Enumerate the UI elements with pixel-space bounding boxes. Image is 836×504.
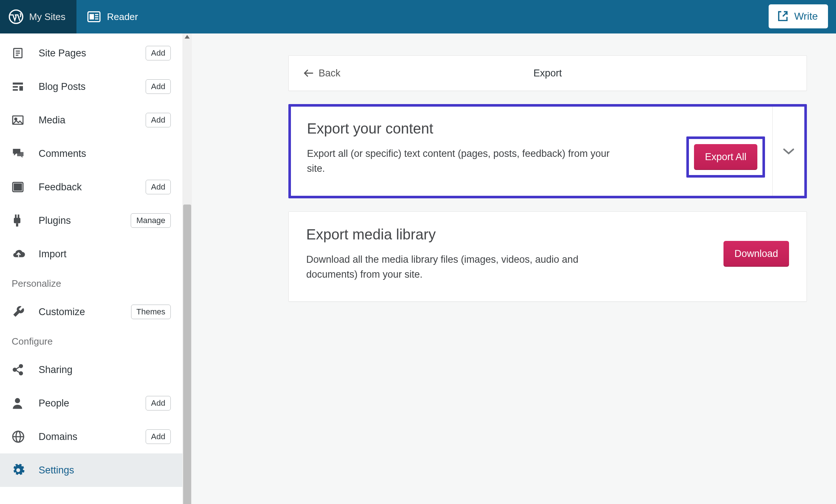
export-content-actions: Export All xyxy=(686,120,765,178)
svg-rect-21 xyxy=(18,187,21,190)
my-sites-label: My Sites xyxy=(29,11,66,23)
sidebar-item-label: Comments xyxy=(39,148,86,159)
sidebar-item-feedback[interactable]: Feedback Add xyxy=(0,170,182,204)
write-label: Write xyxy=(794,11,818,22)
export-expand-toggle[interactable] xyxy=(772,107,804,196)
sidebar-item-blog-posts[interactable]: Blog Posts Add xyxy=(0,70,182,103)
topbar: My Sites Reader Write xyxy=(0,0,836,33)
add-button[interactable]: Add xyxy=(146,79,171,94)
posts-icon xyxy=(12,82,28,92)
export-media-title: Export media library xyxy=(306,226,619,243)
gear-icon xyxy=(12,464,28,477)
my-sites-link[interactable]: My Sites xyxy=(0,0,76,33)
configure-heading: Configure xyxy=(0,329,182,353)
sidebar-item-label: Customize xyxy=(39,306,85,318)
sidebar-item-domains[interactable]: Domains Add xyxy=(0,420,182,453)
topbar-left: My Sites Reader xyxy=(0,0,149,33)
svg-rect-22 xyxy=(14,218,20,223)
sidebar-item-label: Domains xyxy=(39,431,78,443)
globe-icon xyxy=(12,430,28,443)
sidebar-item-customize[interactable]: Customize Themes xyxy=(0,295,182,329)
sidebar-item-label: Feedback xyxy=(39,182,82,193)
themes-button[interactable]: Themes xyxy=(131,305,171,319)
sidebar-item-comments[interactable]: Comments xyxy=(0,137,182,170)
add-button[interactable]: Add xyxy=(146,429,171,444)
export-all-button[interactable]: Export All xyxy=(694,144,757,170)
svg-line-29 xyxy=(16,367,20,369)
export-content-desc: Export all (or specific) text content (p… xyxy=(307,146,620,176)
export-content-card: Export your content Export all (or speci… xyxy=(288,104,807,198)
add-button[interactable]: Add xyxy=(146,396,171,410)
sidebar-item-label: Sharing xyxy=(39,364,72,376)
image-icon xyxy=(12,115,28,126)
svg-rect-23 xyxy=(15,215,17,219)
sidebar-item-people[interactable]: People Add xyxy=(0,386,182,420)
svg-rect-12 xyxy=(13,86,18,88)
write-button[interactable]: Write xyxy=(769,4,828,28)
arrow-left-icon xyxy=(303,69,314,78)
main-content: Back Export Export your content Export a… xyxy=(183,33,836,504)
share-icon xyxy=(12,364,28,376)
reader-label: Reader xyxy=(107,11,138,23)
export-media-actions: Download xyxy=(723,226,789,267)
svg-rect-14 xyxy=(19,86,23,91)
sidebar-item-label: Plugins xyxy=(39,215,71,226)
export-media-desc: Download all the media library files (im… xyxy=(306,252,619,282)
svg-rect-2 xyxy=(90,14,94,20)
page-header-card: Back Export xyxy=(288,55,807,91)
plugin-icon xyxy=(12,214,28,227)
svg-line-6 xyxy=(783,12,787,16)
svg-point-16 xyxy=(15,118,17,120)
sidebar-item-label: Blog Posts xyxy=(39,81,86,92)
export-media-text: Export media library Download all the me… xyxy=(306,226,619,282)
sidebar-item-label: Settings xyxy=(39,465,74,476)
sidebar-item-label: Media xyxy=(39,115,66,126)
svg-rect-20 xyxy=(14,187,17,190)
write-icon xyxy=(777,10,789,23)
back-link[interactable]: Back xyxy=(289,68,340,79)
comments-icon xyxy=(12,148,28,159)
chevron-down-icon xyxy=(782,148,795,155)
manage-button[interactable]: Manage xyxy=(131,213,171,228)
sidebar-item-import[interactable]: Import xyxy=(0,237,182,271)
svg-rect-11 xyxy=(13,83,23,85)
svg-rect-13 xyxy=(13,89,18,91)
download-button[interactable]: Download xyxy=(723,241,789,267)
add-button[interactable]: Add xyxy=(146,113,171,127)
sidebar-item-media[interactable]: Media Add xyxy=(0,103,182,137)
cloud-up-icon xyxy=(12,249,28,259)
svg-rect-18 xyxy=(14,184,17,187)
scroll-up-icon xyxy=(185,35,190,39)
svg-rect-25 xyxy=(16,223,18,227)
sidebar-scrollbar[interactable] xyxy=(182,33,192,504)
sidebar-item-sharing[interactable]: Sharing xyxy=(0,353,182,386)
sidebar: Site Pages Add Blog Posts Add Media Add … xyxy=(0,33,183,504)
sidebar-item-site-pages[interactable]: Site Pages Add xyxy=(0,36,182,70)
svg-line-30 xyxy=(16,370,20,373)
export-content-title: Export your content xyxy=(307,120,620,137)
sidebar-item-settings[interactable]: Settings xyxy=(0,453,182,487)
sidebar-item-label: People xyxy=(39,398,69,409)
wrench-icon xyxy=(12,305,28,318)
export-content-text: Export your content Export all (or speci… xyxy=(307,120,620,176)
export-all-highlight: Export All xyxy=(686,136,765,178)
svg-rect-24 xyxy=(18,215,20,219)
person-icon xyxy=(12,397,28,409)
add-button[interactable]: Add xyxy=(146,46,171,60)
personalize-heading: Personalize xyxy=(0,271,182,295)
svg-point-31 xyxy=(15,398,20,403)
add-button[interactable]: Add xyxy=(146,180,171,194)
scroll-thumb[interactable] xyxy=(183,205,191,504)
back-label: Back xyxy=(319,68,340,79)
svg-rect-19 xyxy=(18,184,21,187)
page-title: Export xyxy=(533,68,562,79)
sidebar-item-plugins[interactable]: Plugins Manage xyxy=(0,204,182,237)
wordpress-icon xyxy=(9,9,23,24)
reader-link[interactable]: Reader xyxy=(76,0,149,33)
sidebar-item-label: Import xyxy=(39,249,67,260)
reader-icon xyxy=(87,11,100,22)
feedback-icon xyxy=(12,181,28,193)
sidebar-item-label: Site Pages xyxy=(39,48,86,59)
page-icon xyxy=(12,47,28,59)
export-media-card: Export media library Download all the me… xyxy=(288,211,807,302)
